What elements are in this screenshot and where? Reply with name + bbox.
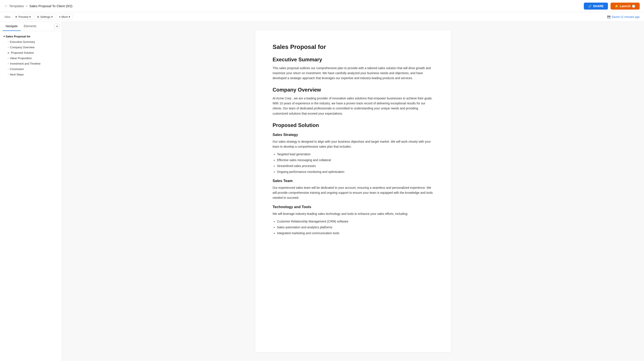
list-item: Targeted lead generation	[277, 152, 434, 157]
section-heading-company-overview: Company Overview	[273, 87, 434, 93]
breadcrumb-current: Sales Proposal To Client (0/2)	[29, 4, 72, 8]
main-layout: Navigate Elements ✕ ▾ Sales Proposal for…	[0, 22, 644, 361]
chevron-down-icon: ▾	[51, 15, 53, 19]
subsection-heading-sales-strategy: Sales Strategy	[273, 133, 434, 137]
sales-team-para: Our experienced sales team will be dedic…	[273, 185, 434, 200]
list-item: Ongoing performance monitoring and optim…	[277, 169, 434, 174]
sidebar-item-investment-timeline[interactable]: • Investment and Timeline	[2, 61, 60, 66]
settings-label: Settings	[40, 15, 50, 19]
breadcrumb: ☆ Templates > Sales Proposal To Client (…	[4, 4, 72, 8]
settings-button[interactable]: Settings ▾	[34, 14, 55, 20]
subsection-heading-sales-team: Sales Team	[273, 179, 434, 183]
section-heading-executive-summary: Executive Summary	[273, 57, 434, 63]
section-heading-proposed-solution: Proposed Solution	[273, 122, 434, 128]
toolbar: View Preview ▾ Settings ▾ More ▾ Saved 1…	[0, 12, 644, 22]
preview-label: Preview	[18, 15, 28, 19]
toolbar-left: View Preview ▾ Settings ▾ More ▾	[4, 14, 72, 20]
star-icon[interactable]: ☆	[4, 4, 8, 8]
launch-button[interactable]: Launch	[610, 3, 640, 10]
document-page: Sales Proposal for Executive Summary Thi…	[255, 31, 451, 352]
sales-strategy-para: Our sales strategy is designed to align …	[273, 139, 434, 149]
sidebar-item-label: Value Proposition	[10, 57, 32, 60]
saved-status: Saved 12 minutes ago	[607, 15, 640, 19]
sidebar-item-label: Investment and Timeline	[10, 62, 41, 65]
sidebar-item-next-steps[interactable]: • Next Steps	[2, 72, 60, 77]
nav-root-label: Sales Proposal for	[6, 35, 30, 38]
sidebar-item-proposed-solution[interactable]: ▶ Proposed Solution	[2, 50, 60, 56]
link-icon	[588, 4, 592, 8]
tab-elements[interactable]: Elements	[21, 22, 39, 31]
saved-text: Saved 12 minutes ago	[612, 15, 640, 19]
list-item: Sales automation and analytics platforms	[277, 225, 434, 230]
list-item: Customer Relationship Management (CRM) s…	[277, 219, 434, 224]
nav-tree: ▾ Sales Proposal for • Executive Summary…	[0, 31, 62, 80]
nav-root-item[interactable]: ▾ Sales Proposal for	[2, 34, 60, 39]
preview-button[interactable]: Preview ▾	[12, 14, 33, 20]
bell-icon	[615, 4, 618, 8]
sidebar-item-label: Conclusion	[10, 67, 24, 71]
bullet-icon: •	[8, 62, 9, 65]
sidebar-item-label: Proposed Solution	[11, 51, 34, 54]
bullet-icon: •	[8, 46, 9, 49]
sidebar-item-value-proposition[interactable]: • Value Proposition	[2, 56, 60, 61]
bullet-icon: •	[8, 68, 9, 70]
more-button[interactable]: More ▾	[56, 14, 72, 20]
preview-icon	[15, 15, 18, 19]
sidebar-item-label: Company Overview	[10, 46, 34, 49]
chevron-down-icon: ▾	[4, 35, 5, 38]
view-label: View	[4, 15, 10, 19]
technology-tools-para: We will leverage industry-leading sales …	[273, 211, 434, 216]
sidebar-item-label: Executive Summary	[10, 40, 35, 44]
settings-icon	[37, 15, 39, 19]
sidebar-item-label: Next Steps	[10, 73, 24, 76]
sidebar-item-company-overview[interactable]: • Company Overview	[2, 45, 60, 50]
content-area[interactable]: Sales Proposal for Executive Summary Thi…	[62, 22, 644, 361]
sales-strategy-list: Targeted lead generation Effective sales…	[277, 152, 434, 174]
bullet-icon: •	[8, 73, 9, 76]
breadcrumb-separator: >	[26, 4, 28, 8]
sidebar-item-conclusion[interactable]: • Conclusion	[2, 66, 60, 72]
tab-navigate[interactable]: Navigate	[2, 22, 21, 31]
list-item: Streamlined sales processes	[277, 164, 434, 169]
chevron-down-icon: ▾	[29, 15, 31, 19]
company-overview-para: At Acme Corp , we are a leading provider…	[273, 96, 434, 116]
technology-tools-list: Customer Relationship Management (CRM) s…	[277, 219, 434, 236]
bullet-icon: •	[8, 41, 9, 43]
executive-summary-para: This sales proposal outlines our compreh…	[273, 66, 434, 81]
breadcrumb-templates[interactable]: Templates	[9, 4, 24, 8]
subsection-heading-technology-tools: Technology and Tools	[273, 205, 434, 209]
clock-icon	[632, 4, 635, 8]
more-label: More	[62, 15, 68, 19]
chevron-right-icon: ▶	[8, 52, 10, 54]
top-bar: ☆ Templates > Sales Proposal To Client (…	[0, 0, 644, 12]
bullet-icon: •	[8, 57, 9, 59]
sidebar-tabs: Navigate Elements ✕	[0, 22, 62, 31]
list-item: Effective sales messaging and collateral	[277, 158, 434, 163]
close-sidebar-button[interactable]: ✕	[54, 24, 60, 29]
list-item: Integrated marketing and communication t…	[277, 231, 434, 236]
share-button[interactable]: SHARE	[584, 3, 608, 10]
launch-label: Launch	[620, 4, 630, 8]
top-bar-actions: SHARE Launch	[584, 3, 640, 10]
document-title: Sales Proposal for	[273, 44, 434, 51]
share-label: SHARE	[593, 4, 604, 8]
chevron-down-icon: ▾	[69, 15, 70, 19]
more-icon	[59, 15, 60, 19]
sidebar: Navigate Elements ✕ ▾ Sales Proposal for…	[0, 22, 62, 361]
sidebar-item-executive-summary[interactable]: • Executive Summary	[2, 39, 60, 45]
save-icon	[607, 15, 610, 19]
